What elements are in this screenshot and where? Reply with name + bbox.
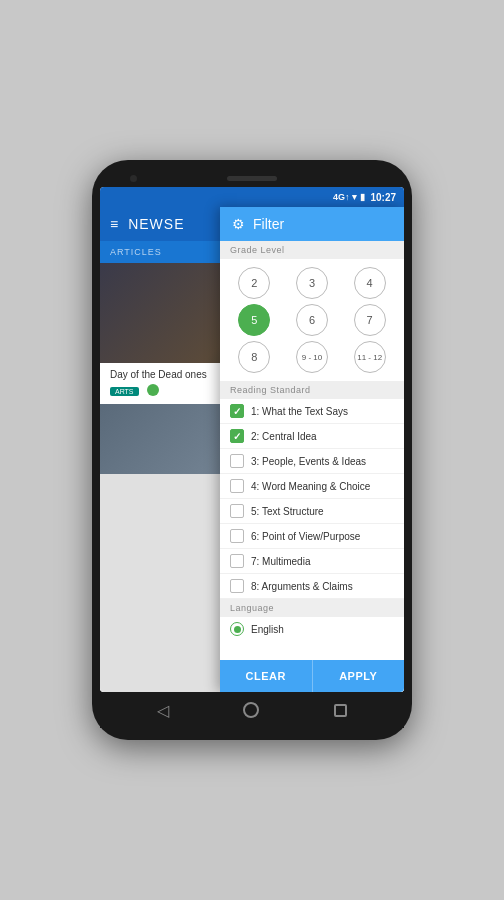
checkbox-1[interactable]: ✓ <box>230 404 244 418</box>
language-option-english[interactable]: English <box>220 617 404 641</box>
radio-english[interactable] <box>230 622 244 636</box>
filter-title: Filter <box>253 216 284 232</box>
status-bar: 4G↑ ▾ ▮ 10:27 <box>100 187 404 207</box>
grade-btn-9-10[interactable]: 9 - 10 <box>296 341 328 373</box>
filter-actions: CLEAR APPLY <box>220 660 404 692</box>
language-label-english: English <box>251 624 284 635</box>
grade-btn-4[interactable]: 4 <box>354 267 386 299</box>
standard-label-1: 1: What the Text Says <box>251 406 348 417</box>
apply-button[interactable]: APPLY <box>313 660 405 692</box>
time-display: 10:27 <box>370 192 396 203</box>
recents-button[interactable] <box>334 704 347 717</box>
phone-nav-bar: ◁ <box>100 692 404 728</box>
wifi-icon: ▾ <box>352 192 357 202</box>
standard-label-3: 3: People, Events & Ideas <box>251 456 366 467</box>
standard-item-1[interactable]: ✓ 1: What the Text Says <box>220 399 404 424</box>
grade-level-header: Grade Level <box>220 241 404 259</box>
checkbox-2[interactable]: ✓ <box>230 429 244 443</box>
phone-camera <box>130 175 137 182</box>
grade-btn-7[interactable]: 7 <box>354 304 386 336</box>
checkbox-6[interactable] <box>230 529 244 543</box>
bg-app-title: NEWSE <box>128 216 184 232</box>
grade-btn-3[interactable]: 3 <box>296 267 328 299</box>
checkmark-1: ✓ <box>233 406 241 417</box>
grade-btn-2[interactable]: 2 <box>238 267 270 299</box>
filter-header: ⚙ Filter <box>220 207 404 241</box>
grade-grid: 2 3 4 5 6 7 8 9 - 10 11 - 12 <box>220 259 404 381</box>
status-icons: 4G↑ ▾ ▮ 10:27 <box>333 192 396 203</box>
network-indicator: 4G↑ <box>333 192 350 202</box>
grade-btn-11-12[interactable]: 11 - 12 <box>354 341 386 373</box>
checkbox-5[interactable] <box>230 504 244 518</box>
standard-label-5: 5: Text Structure <box>251 506 324 517</box>
standard-item-5[interactable]: 5: Text Structure <box>220 499 404 524</box>
standard-label-6: 6: Point of View/Purpose <box>251 531 360 542</box>
standard-label-8: 8: Arguments & Claims <box>251 581 353 592</box>
grade-btn-8[interactable]: 8 <box>238 341 270 373</box>
checkbox-8[interactable] <box>230 579 244 593</box>
standard-label-4: 4: Word Meaning & Choice <box>251 481 370 492</box>
checkbox-3[interactable] <box>230 454 244 468</box>
standard-item-6[interactable]: 6: Point of View/Purpose <box>220 524 404 549</box>
clear-button[interactable]: CLEAR <box>220 660 313 692</box>
standard-item-4[interactable]: 4: Word Meaning & Choice <box>220 474 404 499</box>
phone-speaker <box>227 176 277 181</box>
bg-articles-label: ARTICLES <box>110 247 162 257</box>
standard-item-7[interactable]: 7: Multimedia <box>220 549 404 574</box>
phone-top <box>100 172 404 187</box>
language-header: Language <box>220 599 404 617</box>
checkbox-7[interactable] <box>230 554 244 568</box>
filter-icon: ⚙ <box>232 216 245 232</box>
grade-btn-5[interactable]: 5 <box>238 304 270 336</box>
standard-item-2[interactable]: ✓ 2: Central Idea <box>220 424 404 449</box>
article-level-dot <box>147 384 159 396</box>
standard-item-8[interactable]: 8: Arguments & Claims <box>220 574 404 599</box>
reading-standards-list: ✓ 1: What the Text Says ✓ 2: Central Ide… <box>220 399 404 660</box>
home-button[interactable] <box>243 702 259 718</box>
standard-label-2: 2: Central Idea <box>251 431 317 442</box>
filter-panel: ⚙ Filter Grade Level 2 3 4 5 6 7 8 9 - 1… <box>220 207 404 692</box>
checkmark-2: ✓ <box>233 431 241 442</box>
battery-icon: ▮ <box>360 192 365 202</box>
radio-english-fill <box>234 626 241 633</box>
hamburger-icon: ≡ <box>110 216 118 232</box>
back-button[interactable]: ◁ <box>157 701 169 720</box>
grade-btn-6[interactable]: 6 <box>296 304 328 336</box>
standard-item-3[interactable]: 3: People, Events & Ideas <box>220 449 404 474</box>
phone-screen: 4G↑ ▾ ▮ 10:27 ≡ NEWSE ARTICLES 💀 Day of … <box>100 187 404 692</box>
article-tag: ARTS <box>110 387 139 396</box>
standard-label-7: 7: Multimedia <box>251 556 310 567</box>
phone-device: 4G↑ ▾ ▮ 10:27 ≡ NEWSE ARTICLES 💀 Day of … <box>92 160 412 740</box>
reading-standard-header: Reading Standard <box>220 381 404 399</box>
checkbox-4[interactable] <box>230 479 244 493</box>
